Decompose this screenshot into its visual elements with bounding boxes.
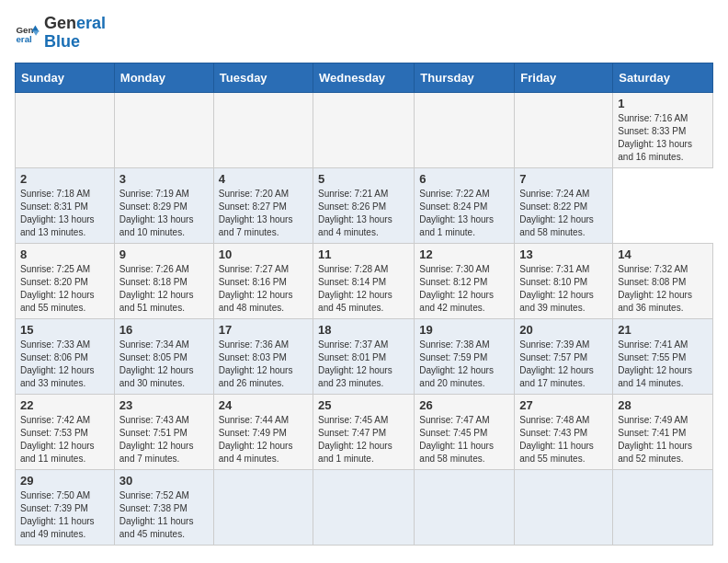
- day-info: Sunrise: 7:36 AMSunset: 8:03 PMDaylight:…: [219, 339, 308, 390]
- calendar-cell: 28Sunrise: 7:49 AMSunset: 7:41 PMDayligh…: [613, 394, 713, 469]
- calendar-cell: 24Sunrise: 7:44 AMSunset: 7:49 PMDayligh…: [213, 394, 313, 469]
- calendar-cell: [313, 92, 415, 167]
- svg-marker-3: [33, 30, 40, 36]
- day-number: 11: [318, 247, 409, 261]
- day-number: 18: [318, 323, 409, 337]
- calendar-cell: [415, 92, 515, 167]
- calendar-cell: 10Sunrise: 7:27 AMSunset: 8:16 PMDayligh…: [213, 243, 313, 318]
- day-number: 21: [618, 323, 708, 337]
- day-info: Sunrise: 7:50 AMSunset: 7:39 PMDaylight:…: [20, 489, 109, 541]
- logo-icon: Gen eral: [15, 20, 40, 46]
- calendar-cell: 30Sunrise: 7:52 AMSunset: 7:38 PMDayligh…: [114, 469, 213, 545]
- day-number: 10: [219, 247, 308, 261]
- calendar-cell: 4Sunrise: 7:20 AMSunset: 8:27 PMDaylight…: [213, 167, 313, 243]
- calendar-cell: [515, 469, 613, 545]
- day-info: Sunrise: 7:45 AMSunset: 7:47 PMDaylight:…: [318, 414, 409, 465]
- calendar-cell: 21Sunrise: 7:41 AMSunset: 7:55 PMDayligh…: [613, 318, 713, 394]
- day-info: Sunrise: 7:43 AMSunset: 7:51 PMDaylight:…: [119, 414, 209, 465]
- day-info: Sunrise: 7:33 AMSunset: 8:06 PMDaylight:…: [20, 339, 109, 390]
- day-info: Sunrise: 7:39 AMSunset: 7:57 PMDaylight:…: [519, 339, 608, 390]
- day-number: 29: [20, 474, 109, 488]
- day-number: 30: [119, 474, 209, 488]
- day-number: 1: [618, 97, 708, 110]
- day-info: Sunrise: 7:16 AMSunset: 8:33 PMDaylight:…: [618, 112, 708, 164]
- header-tuesday: Tuesday: [213, 63, 313, 92]
- day-info: Sunrise: 7:24 AMSunset: 8:22 PMDaylight:…: [519, 188, 608, 239]
- day-info: Sunrise: 7:28 AMSunset: 8:14 PMDaylight:…: [318, 263, 409, 315]
- header-friday: Friday: [515, 63, 613, 92]
- calendar-cell: 11Sunrise: 7:28 AMSunset: 8:14 PMDayligh…: [313, 243, 415, 318]
- week-row-5: 29Sunrise: 7:50 AMSunset: 7:39 PMDayligh…: [16, 469, 713, 545]
- day-number: 14: [618, 247, 708, 261]
- calendar-cell: [213, 92, 313, 167]
- day-number: 16: [119, 323, 209, 337]
- day-number: 7: [519, 172, 608, 186]
- day-number: 9: [119, 247, 209, 261]
- calendar-cell: 18Sunrise: 7:37 AMSunset: 8:01 PMDayligh…: [313, 318, 415, 394]
- calendar-cell: 20Sunrise: 7:39 AMSunset: 7:57 PMDayligh…: [515, 318, 613, 394]
- week-row-0: 1Sunrise: 7:16 AMSunset: 8:33 PMDaylight…: [16, 92, 713, 167]
- day-info: Sunrise: 7:37 AMSunset: 8:01 PMDaylight:…: [318, 339, 409, 390]
- calendar-body: 1Sunrise: 7:16 AMSunset: 8:33 PMDaylight…: [16, 92, 713, 545]
- day-number: 3: [119, 172, 209, 186]
- day-number: 13: [519, 247, 608, 261]
- calendar-cell: 23Sunrise: 7:43 AMSunset: 7:51 PMDayligh…: [114, 394, 213, 469]
- day-info: Sunrise: 7:41 AMSunset: 7:55 PMDaylight:…: [618, 339, 708, 390]
- day-number: 19: [419, 323, 509, 337]
- day-info: Sunrise: 7:38 AMSunset: 7:59 PMDaylight:…: [419, 339, 509, 390]
- calendar-cell: [114, 92, 213, 167]
- logo: Gen eral General Blue: [15, 15, 106, 52]
- calendar-cell: 3Sunrise: 7:19 AMSunset: 8:29 PMDaylight…: [114, 167, 213, 243]
- calendar-cell: 29Sunrise: 7:50 AMSunset: 7:39 PMDayligh…: [16, 469, 115, 545]
- day-number: 4: [219, 172, 308, 186]
- calendar-cell: 19Sunrise: 7:38 AMSunset: 7:59 PMDayligh…: [415, 318, 515, 394]
- day-number: 23: [119, 398, 209, 412]
- day-number: 17: [219, 323, 308, 337]
- day-info: Sunrise: 7:26 AMSunset: 8:18 PMDaylight:…: [119, 263, 209, 315]
- calendar-cell: [613, 469, 713, 545]
- header-sunday: Sunday: [16, 63, 115, 92]
- svg-text:eral: eral: [16, 34, 32, 44]
- day-number: 28: [618, 398, 708, 412]
- calendar-cell: [415, 469, 515, 545]
- calendar-cell: 1Sunrise: 7:16 AMSunset: 8:33 PMDaylight…: [613, 92, 713, 167]
- calendar-cell: 5Sunrise: 7:21 AMSunset: 8:26 PMDaylight…: [313, 167, 415, 243]
- day-number: 22: [20, 398, 109, 412]
- day-number: 15: [20, 323, 109, 337]
- week-row-1: 2Sunrise: 7:18 AMSunset: 8:31 PMDaylight…: [16, 167, 713, 243]
- day-info: Sunrise: 7:20 AMSunset: 8:27 PMDaylight:…: [219, 188, 308, 239]
- day-info: Sunrise: 7:48 AMSunset: 7:43 PMDaylight:…: [519, 414, 608, 465]
- day-info: Sunrise: 7:18 AMSunset: 8:31 PMDaylight:…: [20, 188, 109, 239]
- day-info: Sunrise: 7:34 AMSunset: 8:05 PMDaylight:…: [119, 339, 209, 390]
- calendar-cell: [313, 469, 415, 545]
- day-number: 27: [519, 398, 608, 412]
- day-info: Sunrise: 7:32 AMSunset: 8:08 PMDaylight:…: [618, 263, 708, 315]
- day-info: Sunrise: 7:44 AMSunset: 7:49 PMDaylight:…: [219, 414, 308, 465]
- week-row-3: 15Sunrise: 7:33 AMSunset: 8:06 PMDayligh…: [16, 318, 713, 394]
- week-row-2: 8Sunrise: 7:25 AMSunset: 8:20 PMDaylight…: [16, 243, 713, 318]
- day-info: Sunrise: 7:25 AMSunset: 8:20 PMDaylight:…: [20, 263, 109, 315]
- day-info: Sunrise: 7:42 AMSunset: 7:53 PMDaylight:…: [20, 414, 109, 465]
- calendar-cell: 16Sunrise: 7:34 AMSunset: 8:05 PMDayligh…: [114, 318, 213, 394]
- header-saturday: Saturday: [613, 63, 713, 92]
- calendar-cell: 13Sunrise: 7:31 AMSunset: 8:10 PMDayligh…: [515, 243, 613, 318]
- day-info: Sunrise: 7:21 AMSunset: 8:26 PMDaylight:…: [318, 188, 409, 239]
- header-monday: Monday: [114, 63, 213, 92]
- calendar-cell: 25Sunrise: 7:45 AMSunset: 7:47 PMDayligh…: [313, 394, 415, 469]
- week-row-4: 22Sunrise: 7:42 AMSunset: 7:53 PMDayligh…: [16, 394, 713, 469]
- day-number: 20: [519, 323, 608, 337]
- day-number: 24: [219, 398, 308, 412]
- day-number: 25: [318, 398, 409, 412]
- calendar-cell: 12Sunrise: 7:30 AMSunset: 8:12 PMDayligh…: [415, 243, 515, 318]
- calendar-table: SundayMondayTuesdayWednesdayThursdayFrid…: [15, 63, 713, 546]
- day-info: Sunrise: 7:47 AMSunset: 7:45 PMDaylight:…: [419, 414, 509, 465]
- day-info: Sunrise: 7:22 AMSunset: 8:24 PMDaylight:…: [419, 188, 509, 239]
- day-info: Sunrise: 7:52 AMSunset: 7:38 PMDaylight:…: [119, 489, 209, 541]
- calendar-cell: 7Sunrise: 7:24 AMSunset: 8:22 PMDaylight…: [515, 167, 613, 243]
- calendar-cell: 26Sunrise: 7:47 AMSunset: 7:45 PMDayligh…: [415, 394, 515, 469]
- day-info: Sunrise: 7:31 AMSunset: 8:10 PMDaylight:…: [519, 263, 608, 315]
- calendar-cell: 6Sunrise: 7:22 AMSunset: 8:24 PMDaylight…: [415, 167, 515, 243]
- page-header: Gen eral General Blue: [15, 15, 713, 52]
- calendar-cell: [213, 469, 313, 545]
- calendar-cell: [515, 92, 613, 167]
